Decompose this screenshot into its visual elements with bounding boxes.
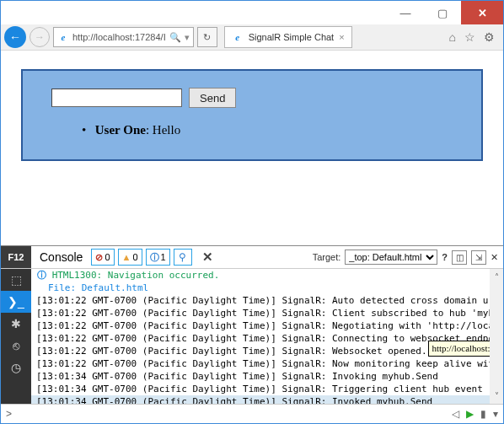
devtools-header: F12 Console ⊘0 ▲0 ⓘ1 ⚲ ✕ Target: _top: D…	[1, 246, 503, 269]
window-titlebar: — ▢ ✕	[1, 1, 503, 24]
ie-icon: e	[57, 31, 69, 43]
console-line: [13:01:34 GMT-0700 (Pacific Daylight Tim…	[31, 395, 503, 404]
console-line: File: Default.html	[31, 282, 503, 294]
scrollbar[interactable]: ˄˅	[490, 269, 503, 404]
url-text: http://localhost:17284/I	[72, 32, 166, 42]
debugger-icon[interactable]: ✱	[1, 313, 31, 335]
console-line: [13:01:34 GMT-0700 (Pacific Daylight Tim…	[31, 370, 503, 383]
page-content: Send • User One: Hello	[1, 51, 503, 245]
url-tooltip: http://localhost:1	[428, 341, 498, 357]
warning-count-badge[interactable]: ▲0	[118, 249, 142, 266]
target-label: Target:	[313, 252, 341, 262]
forward-button: →	[29, 27, 50, 47]
send-button[interactable]: Send	[189, 88, 236, 108]
target-select[interactable]: _top: Default.html	[345, 250, 437, 265]
filter-button[interactable]: ⚲	[174, 249, 192, 266]
address-bar[interactable]: e http://localhost:17284/I 🔍 ▾	[53, 27, 194, 47]
tab-title: SignalR Simple Chat	[249, 32, 335, 42]
console-line: [13:01:22 GMT-0700 (Pacific Daylight Tim…	[31, 319, 503, 332]
message-list: • User One: Hello	[82, 123, 464, 137]
console-line: [13:01:22 GMT-0700 (Pacific Daylight Tim…	[31, 357, 503, 370]
dom-explorer-icon[interactable]: ⬚	[1, 269, 31, 291]
step-icon[interactable]: ▮	[480, 408, 486, 420]
devtools-sidebar: ⬚ ❯_ ✱ ⎋ ◷	[1, 269, 31, 404]
list-item: • User One: Hello	[82, 123, 464, 137]
more-icon[interactable]: ▾	[493, 408, 498, 420]
message-input[interactable]	[51, 89, 182, 107]
search-dropdown-icon[interactable]: 🔍	[169, 32, 181, 43]
console-icon[interactable]: ❯_	[1, 291, 31, 313]
console-line: [13:01:34 GMT-0700 (Pacific Daylight Tim…	[31, 383, 503, 395]
console-output[interactable]: ⓘ HTML1300: Navigation occurred. File: D…	[31, 269, 503, 404]
clear-console-button[interactable]: ✕	[196, 250, 220, 265]
maximize-button[interactable]: ▢	[424, 1, 461, 24]
info-count-badge[interactable]: ⓘ1	[146, 249, 170, 266]
message-user: User One	[95, 123, 146, 137]
devtools-close-button[interactable]: ✕	[491, 252, 498, 263]
console-line: [13:01:22 GMT-0700 (Pacific Daylight Tim…	[31, 307, 503, 319]
home-icon[interactable]: ⌂	[449, 30, 456, 44]
message-text: Hello	[153, 123, 180, 137]
browser-toolbar: ← → e http://localhost:17284/I 🔍 ▾ ↻ e S…	[1, 24, 503, 51]
help-button[interactable]: ?	[442, 252, 448, 262]
f12-badge: F12	[1, 246, 31, 268]
console-tab[interactable]: Console	[31, 250, 91, 264]
pin-button[interactable]: ⇲	[471, 250, 486, 265]
tab-close-button[interactable]: ×	[339, 32, 344, 42]
favorites-icon[interactable]: ☆	[464, 30, 475, 44]
console-prompt[interactable]: >	[6, 408, 12, 420]
tools-icon[interactable]: ⚙	[484, 30, 495, 44]
undock-button[interactable]: ◫	[452, 250, 467, 265]
devtools-footer: > ◁ ▶ ▮ ▾	[1, 404, 503, 423]
refresh-button[interactable]: ↻	[197, 27, 217, 47]
error-count-badge[interactable]: ⊘0	[91, 249, 114, 266]
ie-icon: e	[232, 31, 244, 43]
console-line: ⓘ HTML1300: Navigation occurred.	[31, 269, 503, 282]
continue-icon[interactable]: ▶	[466, 408, 474, 420]
browser-tab[interactable]: e SignalR Simple Chat ×	[224, 26, 352, 48]
network-icon[interactable]: ⎋	[1, 335, 31, 357]
close-window-button[interactable]: ✕	[461, 1, 503, 24]
step-back-icon[interactable]: ◁	[452, 408, 459, 420]
f12-devtools: F12 Console ⊘0 ▲0 ⓘ1 ⚲ ✕ Target: _top: D…	[1, 245, 503, 423]
minimize-button[interactable]: —	[387, 1, 424, 24]
back-button[interactable]: ←	[4, 26, 26, 48]
ie-window: — ▢ ✕ ← → e http://localhost:17284/I 🔍 ▾…	[0, 0, 504, 424]
profiler-icon[interactable]: ◷	[1, 357, 31, 378]
console-line: [13:01:22 GMT-0700 (Pacific Daylight Tim…	[31, 294, 503, 307]
chat-panel: Send • User One: Hello	[21, 69, 483, 161]
